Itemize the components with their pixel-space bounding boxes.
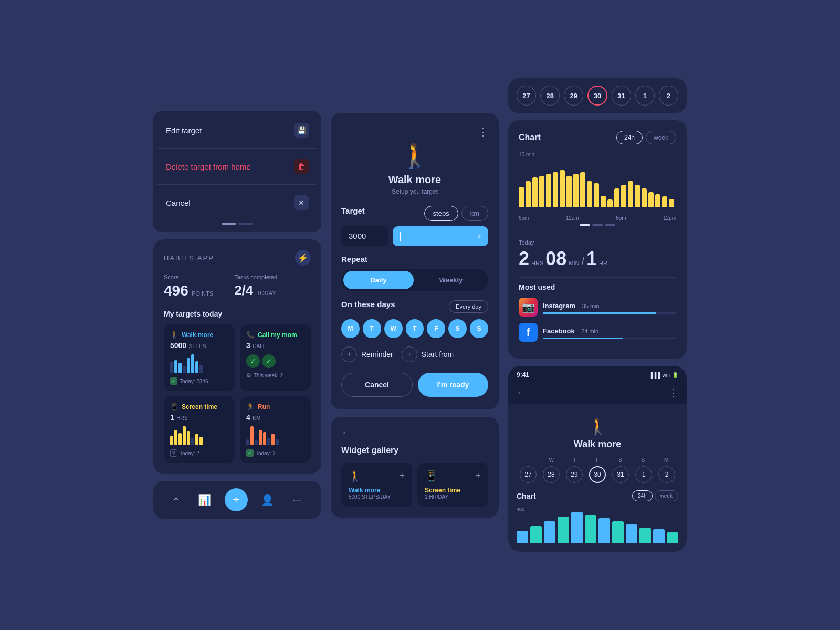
phone-date-28[interactable]: 28 <box>543 466 560 483</box>
target-card-call[interactable]: 📞 Call my mom 3 CALL ✓ ✓ ⚙ This week: 2 <box>240 324 311 391</box>
every-day-btn[interactable]: Every day <box>449 300 488 313</box>
widget-walk-add-icon[interactable]: + <box>399 470 405 481</box>
daily-btn[interactable]: Daily <box>343 271 414 289</box>
time-alt: 1 <box>586 248 597 270</box>
spin-icon: ⚙ <box>246 372 251 379</box>
phone-chart-toggle: 24h week <box>632 490 678 501</box>
day-T2[interactable]: T <box>406 319 424 338</box>
phone-date-29[interactable]: 29 <box>566 466 583 483</box>
widget-walk-val: 5000 STEPS/DAY <box>349 494 405 500</box>
date-circles-row-top: 27 28 29 30 31 1 2 <box>517 86 678 106</box>
days-section: On these days Every day M T W T F S S <box>341 300 488 338</box>
page-dot-2 <box>592 224 603 226</box>
phone-back-arrow[interactable]: ← <box>517 388 525 397</box>
phone-three-dots[interactable]: ⋮ <box>669 387 678 398</box>
stats-row: Score 496 POINTS Tasks completed 2/4 TOD… <box>164 274 311 299</box>
date-27[interactable]: 27 <box>517 86 536 106</box>
phone-week-btn[interactable]: week <box>655 490 678 501</box>
phone-date-27[interactable]: 27 <box>520 466 537 483</box>
more-nav-button[interactable]: ··· <box>288 492 307 508</box>
phone-date-2b[interactable]: 2 <box>658 466 675 483</box>
target-card-run[interactable]: 🏃 Run 4 KM ✓ <box>240 396 311 463</box>
widget-screen-add-icon[interactable]: + <box>475 470 481 481</box>
day-S1[interactable]: S <box>448 319 467 338</box>
label-12pm: 12pm <box>663 215 676 221</box>
date-2[interactable]: 2 <box>659 86 678 106</box>
widget-walk-header: 🚶 + <box>349 470 405 482</box>
chart-nav-button[interactable]: 📊 <box>193 491 216 508</box>
phone-day-T1: T <box>526 457 529 463</box>
day-F[interactable]: F <box>427 319 445 338</box>
profile-nav-button[interactable]: 👤 <box>256 491 279 508</box>
widget-walk-name: Walk more <box>349 487 405 494</box>
phone-24h-btn[interactable]: 24h <box>632 490 653 501</box>
date-28[interactable]: 28 <box>540 86 560 106</box>
label-6am: 6am <box>519 215 529 221</box>
step-count-input[interactable]: 3000 <box>341 226 388 246</box>
add-nav-button[interactable]: + <box>225 488 248 511</box>
widget-screen[interactable]: 📱 + Screen time 1 HR/DAY <box>417 463 488 507</box>
cancel-item[interactable]: Cancel ✕ <box>158 188 317 217</box>
target-call-header: 📞 Call my mom <box>246 331 304 339</box>
target-card-screen[interactable]: 📱 Screen time 1 HRS <box>164 396 235 463</box>
ready-button[interactable]: I'm ready <box>418 373 488 397</box>
day-M[interactable]: M <box>341 319 360 338</box>
facebook-row: Facebook 24 min <box>543 326 676 335</box>
date-1[interactable]: 1 <box>635 86 655 106</box>
cursor-line <box>400 232 401 241</box>
cancel-button[interactable]: Cancel <box>341 373 413 397</box>
phone-date-1b[interactable]: 1 <box>635 466 652 483</box>
action-row: Cancel I'm ready <box>341 373 488 397</box>
date-30-today[interactable]: 30 <box>587 86 607 106</box>
score-value: 496 <box>164 282 188 299</box>
start-from-item[interactable]: + Start from <box>402 346 454 362</box>
phone-frame: 9:41 ▐▐▐ wifi 🔋 ← ⋮ 🚶 Walk more T W T F … <box>508 366 687 552</box>
range-slider[interactable]: » <box>393 226 488 246</box>
extras-row: + Reminder + Start from <box>341 346 488 362</box>
run-bars <box>246 426 304 445</box>
walk-amount: 5000 STEPS <box>170 341 228 350</box>
instagram-name: Instagram <box>543 302 575 310</box>
habits-title: HABITS APP <box>164 254 214 262</box>
week-toggle-btn[interactable]: week <box>646 131 676 144</box>
target-inputs: 3000 » <box>341 226 488 246</box>
delete-target-item[interactable]: Delete target from home 🗑 <box>158 152 317 181</box>
column-1: Edit target 💾 Delete target from home 🗑 … <box>153 111 321 519</box>
walk-footer: ✓ Today: 2346 <box>170 377 228 385</box>
facebook-info: Facebook 24 min <box>543 326 676 339</box>
three-dots-icon[interactable]: ⋮ <box>478 125 488 138</box>
date-29[interactable]: 29 <box>564 86 583 106</box>
home-nav-button[interactable]: ⌂ <box>168 492 185 508</box>
target-card-walk[interactable]: 🚶 Walk more 5000 STEPS <box>164 324 235 391</box>
day-T1[interactable]: T <box>363 319 381 338</box>
score-stat: Score 496 POINTS <box>164 274 213 299</box>
scroll-dot-1 <box>222 223 236 225</box>
tasks-unit: TODAY <box>257 290 276 296</box>
scroll-dot-2 <box>238 223 253 225</box>
app-row-facebook: f Facebook 24 min <box>519 323 676 342</box>
phone-date-30[interactable]: 30 <box>589 466 606 483</box>
target-toggle: steps km <box>424 206 488 221</box>
day-W[interactable]: W <box>384 319 403 338</box>
wifi-icon: wifi <box>663 372 670 378</box>
phone-date-31[interactable]: 31 <box>612 466 629 483</box>
day-S2[interactable]: S <box>470 319 488 338</box>
check-2: ✓ <box>262 354 276 368</box>
screen-bars <box>170 426 228 445</box>
add-habit-button[interactable]: ⚡ <box>295 250 311 266</box>
back-arrow-icon[interactable]: ← <box>341 427 488 438</box>
time-divider: / <box>581 256 584 268</box>
phone-day-W: W <box>549 457 553 463</box>
walk-card-subtitle: Setup you target <box>392 188 438 195</box>
widget-walk[interactable]: 🚶 + Walk more 5000 STEPS/DAY <box>341 463 412 507</box>
date-31[interactable]: 31 <box>612 86 631 106</box>
reminder-item[interactable]: + Reminder <box>341 346 393 362</box>
24h-toggle-btn[interactable]: 24h <box>616 131 643 144</box>
today-label: Today <box>519 239 676 246</box>
weekly-btn[interactable]: Weekly <box>416 271 486 289</box>
edit-target-item[interactable]: Edit target 💾 <box>158 116 317 145</box>
steps-toggle-btn[interactable]: steps <box>424 206 458 221</box>
phone-day-F: F <box>596 457 599 463</box>
km-toggle-btn[interactable]: km <box>461 206 488 221</box>
today-stats: Today 2 HRS 08 MIN / 1 HR <box>519 232 676 278</box>
